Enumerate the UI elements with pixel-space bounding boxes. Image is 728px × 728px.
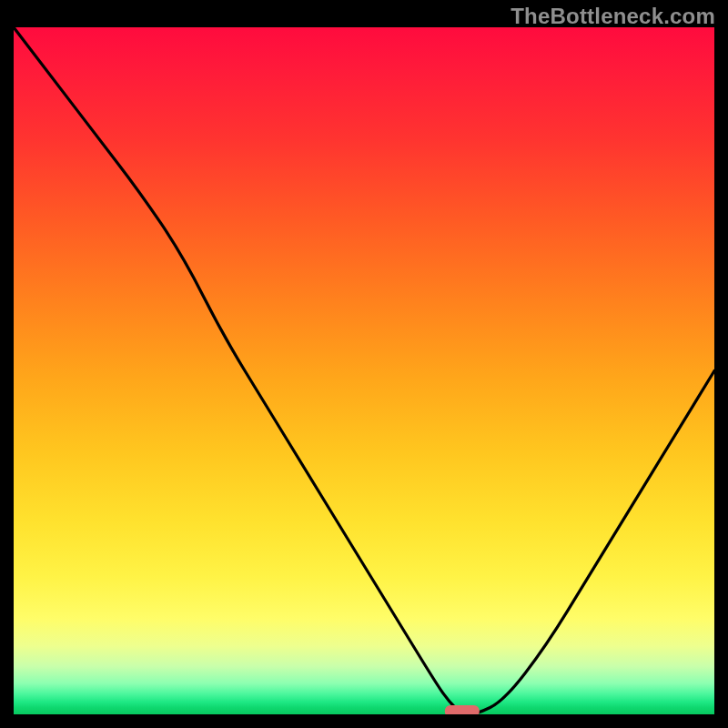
curve-svg <box>14 27 714 714</box>
watermark-text: TheBottleneck.com <box>511 4 715 29</box>
bottleneck-curve <box>14 27 714 714</box>
plot-area <box>14 27 714 714</box>
chart-frame: TheBottleneck.com <box>0 0 728 728</box>
optimum-marker <box>445 705 480 714</box>
